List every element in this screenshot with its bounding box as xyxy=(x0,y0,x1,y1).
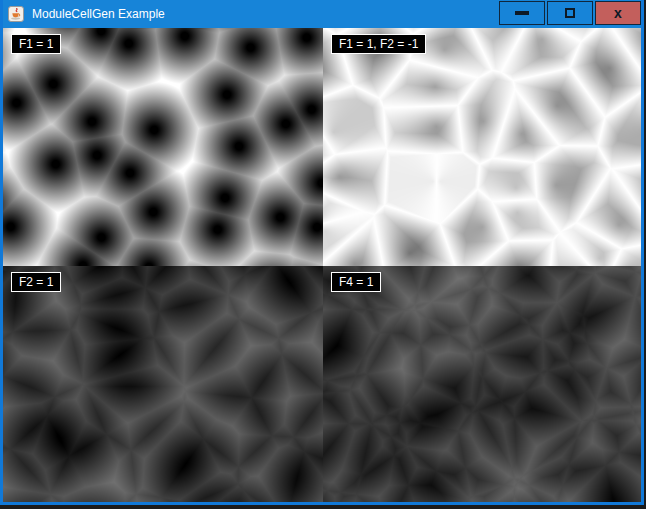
noise-panel-f4: F4 = 1 xyxy=(323,266,641,502)
window-controls: x xyxy=(499,1,641,25)
minimize-button[interactable] xyxy=(499,1,545,25)
noise-canvas-f2 xyxy=(3,266,323,502)
render-area: F1 = 1 F1 = 1, F2 = -1 F2 = 1 F4 = 1 xyxy=(3,28,641,502)
maximize-icon xyxy=(565,8,575,18)
maximize-button[interactable] xyxy=(547,1,593,25)
close-button[interactable]: x xyxy=(595,1,641,25)
noise-canvas-f1 xyxy=(3,28,323,266)
window-title: ModuleCellGen Example xyxy=(32,7,165,21)
noise-label-f1-f2: F1 = 1, F2 = -1 xyxy=(331,34,426,54)
app-window: ModuleCellGen Example x F1 = 1 F1 xyxy=(0,0,644,505)
minimize-icon xyxy=(515,11,529,15)
noise-label-f4: F4 = 1 xyxy=(331,272,381,292)
noise-label-f2: F2 = 1 xyxy=(11,272,61,292)
noise-canvas-f4 xyxy=(323,266,641,502)
noise-panel-f1: F1 = 1 xyxy=(3,28,323,266)
noise-label-f1: F1 = 1 xyxy=(11,34,61,54)
noise-canvas-f1-f2 xyxy=(323,28,641,266)
titlebar[interactable]: ModuleCellGen Example x xyxy=(3,0,641,28)
close-icon: x xyxy=(614,6,622,20)
java-coffee-cup-icon[interactable] xyxy=(8,6,24,22)
noise-panel-f2: F2 = 1 xyxy=(3,266,323,502)
desktop-background: ModuleCellGen Example x F1 = 1 F1 xyxy=(0,0,646,509)
noise-panel-f1-f2: F1 = 1, F2 = -1 xyxy=(323,28,641,266)
